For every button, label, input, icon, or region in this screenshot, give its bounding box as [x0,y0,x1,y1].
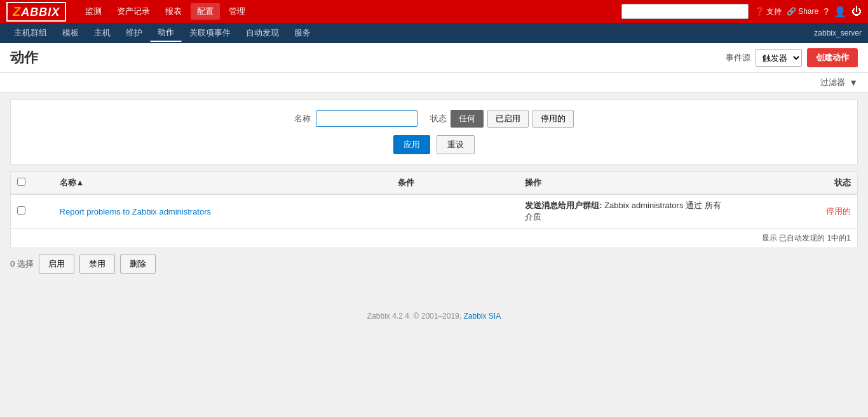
top-nav-items: 监测 资产记录 报表 配置 管理 [79,3,621,20]
nav-reports[interactable]: 报表 [159,3,188,20]
actions-table-container: 名称▲ 条件 操作 状态 Report problems to Zabbix a… [10,171,858,248]
name-filter-field: 名称 [294,110,417,127]
page-title: 动作 [10,48,726,67]
table-row: Report problems to Zabbix administrators… [11,194,857,228]
th-conditions: 条件 [391,172,519,194]
logo-text: ABBIX [21,6,60,18]
subnav-discovery[interactable]: 自动发现 [238,25,287,41]
current-user: zabbix_server [814,29,862,37]
status-disabled-button[interactable]: 停用的 [532,110,574,128]
footer-text: Zabbix 4.2.4. © 2001–2019, [367,312,461,321]
status-enabled-button[interactable]: 已启用 [487,110,529,128]
row-conditions-cell [391,194,519,228]
nav-config[interactable]: 配置 [191,3,220,20]
enable-button[interactable]: 启用 [39,255,74,274]
status-badge: 停用的 [826,206,851,216]
event-source-label: 事件源 [726,52,750,63]
row-checkbox[interactable] [17,206,25,215]
row-name-cell: Report problems to Zabbix administrators [53,194,392,228]
table-footer: 显示 已自动发现的 1中的1 [11,228,857,248]
table-header-row: 名称▲ 条件 操作 状态 [11,172,857,194]
nav-assets[interactable]: 资产记录 [111,3,156,20]
apply-filter-button[interactable]: 应用 [393,135,430,154]
disable-button[interactable]: 禁用 [79,255,115,274]
status-filter-group: 状态 任何 已启用 停用的 [430,110,574,128]
page-header-right: 事件源 触发器 创建动作 [726,48,858,67]
selected-count-label: 0 选择 [10,258,34,270]
name-filter-label: 名称 [294,113,311,124]
bottom-actions: 0 选择 启用 禁用 删除 [10,255,858,274]
page-header: 动作 事件源 触发器 创建动作 [0,43,868,73]
subnav-hosts[interactable]: 主机 [86,25,118,41]
th-name[interactable]: 名称▲ [53,172,392,194]
top-nav-right-icons: ❓ 支持 🔗 Share ? 👤 ⏻ [755,6,862,18]
sub-navigation: 主机群组 模板 主机 维护 动作 关联项事件 自动发现 服务 zabbix_se… [0,23,868,43]
help-icon[interactable]: ? [824,6,829,17]
nav-monitor[interactable]: 监测 [79,3,108,20]
top-nav-right: ❓ 支持 🔗 Share ? 👤 ⏻ [621,4,862,19]
create-action-button[interactable]: 创建动作 [807,48,858,67]
subnav-hostgroups[interactable]: 主机群组 [6,25,55,41]
power-icon[interactable]: ⏻ [851,6,862,17]
page-footer: Zabbix 4.2.4. © 2001–2019, Zabbix SIA [0,299,868,333]
filter-label: 过滤器 [820,77,845,88]
user-icon[interactable]: 👤 [834,6,846,18]
th-checkbox [11,172,53,194]
subnav-correvents[interactable]: 关联项事件 [182,25,238,41]
status-filter-label: 状态 [430,113,447,124]
operations-bold: 发送消息给用户群组: [525,201,602,210]
filter-actions: 应用 重设 [21,135,847,154]
subnav-actions[interactable]: 动作 [150,24,182,42]
footer-link[interactable]: Zabbix SIA [463,312,501,321]
subnav-maintenance[interactable]: 维护 [118,25,150,41]
row-operations-cell: 发送消息给用户群组: Zabbix administrators 通过 所有介质 [519,194,730,228]
filter-row: 名称 状态 任何 已启用 停用的 [21,110,847,128]
th-operations: 操作 [519,172,730,194]
event-source-select[interactable]: 触发器 [756,49,802,67]
status-any-button[interactable]: 任何 [451,110,484,128]
operations-text: 发送消息给用户群组: Zabbix administrators 通过 所有介质 [525,201,721,222]
name-filter-input[interactable] [316,110,417,127]
subnav-templates[interactable]: 模板 [55,25,86,41]
action-name-link[interactable]: Report problems to Zabbix administrators [60,207,211,216]
delete-button[interactable]: 删除 [120,255,156,274]
share-link[interactable]: 🔗 Share [787,7,818,16]
zabbix-logo[interactable]: ZABBIX [6,2,66,22]
th-status: 状态 [730,172,857,194]
nav-admin[interactable]: 管理 [222,3,252,20]
reset-filter-button[interactable]: 重设 [437,135,475,154]
filter-icon[interactable]: ▼ [849,77,858,88]
row-checkbox-cell [11,194,53,228]
support-link[interactable]: ❓ 支持 [755,6,782,17]
top-navigation: ZABBIX 监测 资产记录 报表 配置 管理 ❓ 支持 🔗 Share ? 👤… [0,0,868,23]
subnav-services[interactable]: 服务 [287,25,318,41]
actions-table: 名称▲ 条件 操作 状态 Report problems to Zabbix a… [11,172,857,228]
row-status-cell: 停用的 [730,194,857,228]
search-input[interactable] [621,4,749,19]
filter-bar: 过滤器 ▼ [0,73,868,93]
filter-form: 名称 状态 任何 已启用 停用的 应用 重设 [10,99,858,165]
select-all-checkbox[interactable] [17,178,25,186]
